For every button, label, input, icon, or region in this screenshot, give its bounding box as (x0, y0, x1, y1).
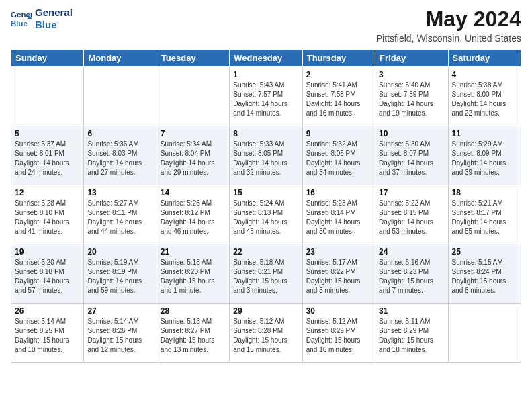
calendar-cell (157, 67, 229, 126)
logo-icon: General Blue (11, 8, 32, 30)
day-number: 10 (379, 129, 444, 138)
day-number: 24 (379, 247, 444, 257)
calendar-cell: 27Sunrise: 5:14 AM Sunset: 8:26 PM Dayli… (84, 304, 157, 363)
header-tuesday: Tuesday (157, 50, 229, 67)
day-info: Sunrise: 5:18 AM Sunset: 8:20 PM Dayligh… (161, 258, 226, 295)
calendar-cell: 6Sunrise: 5:36 AM Sunset: 8:03 PM Daylig… (84, 126, 157, 185)
calendar-cell: 23Sunrise: 5:17 AM Sunset: 8:22 PM Dayli… (302, 244, 375, 304)
calendar-cell: 18Sunrise: 5:21 AM Sunset: 8:17 PM Dayli… (448, 185, 521, 244)
calendar-cell: 2Sunrise: 5:41 AM Sunset: 7:58 PM Daylig… (302, 67, 375, 126)
calendar-cell: 24Sunrise: 5:16 AM Sunset: 8:23 PM Dayli… (375, 244, 448, 304)
day-info: Sunrise: 5:20 AM Sunset: 8:18 PM Dayligh… (15, 258, 80, 295)
calendar-cell: 19Sunrise: 5:20 AM Sunset: 8:18 PM Dayli… (11, 244, 84, 304)
calendar-cell: 16Sunrise: 5:23 AM Sunset: 8:14 PM Dayli… (302, 185, 375, 244)
header-thursday: Thursday (302, 50, 375, 67)
calendar-cell: 30Sunrise: 5:12 AM Sunset: 8:29 PM Dayli… (302, 304, 375, 363)
calendar-cell: 8Sunrise: 5:33 AM Sunset: 8:05 PM Daylig… (230, 126, 302, 185)
day-info: Sunrise: 5:38 AM Sunset: 8:00 PM Dayligh… (452, 81, 517, 118)
calendar-cell: 12Sunrise: 5:28 AM Sunset: 8:10 PM Dayli… (11, 185, 84, 244)
calendar-week-1: 5Sunrise: 5:37 AM Sunset: 8:01 PM Daylig… (11, 126, 521, 185)
day-number: 19 (15, 247, 80, 257)
day-number: 31 (379, 306, 444, 316)
day-info: Sunrise: 5:36 AM Sunset: 8:03 PM Dayligh… (87, 140, 152, 177)
calendar-cell: 3Sunrise: 5:40 AM Sunset: 7:59 PM Daylig… (375, 67, 448, 126)
day-number: 28 (161, 306, 226, 316)
day-number: 12 (15, 188, 80, 197)
day-number: 9 (306, 129, 371, 138)
calendar-week-4: 26Sunrise: 5:14 AM Sunset: 8:25 PM Dayli… (11, 304, 521, 363)
day-number: 20 (87, 247, 152, 257)
day-number: 4 (452, 70, 517, 79)
day-number: 16 (306, 188, 371, 197)
header-saturday: Saturday (448, 50, 521, 67)
day-info: Sunrise: 5:19 AM Sunset: 8:19 PM Dayligh… (87, 258, 152, 295)
calendar-week-2: 12Sunrise: 5:28 AM Sunset: 8:10 PM Dayli… (11, 185, 521, 244)
day-info: Sunrise: 5:21 AM Sunset: 8:17 PM Dayligh… (452, 199, 517, 236)
day-number: 14 (161, 188, 226, 197)
day-number: 17 (379, 188, 444, 197)
calendar-cell: 15Sunrise: 5:24 AM Sunset: 8:13 PM Dayli… (230, 185, 302, 244)
title-block: May 2024 Pittsfield, Wisconsin, United S… (376, 7, 521, 44)
day-number: 15 (233, 188, 298, 197)
header-row: Sunday Monday Tuesday Wednesday Thursday… (11, 50, 521, 67)
day-number: 11 (452, 129, 517, 138)
calendar-cell: 25Sunrise: 5:15 AM Sunset: 8:24 PM Dayli… (448, 244, 521, 304)
day-info: Sunrise: 5:23 AM Sunset: 8:14 PM Dayligh… (306, 199, 371, 236)
header-friday: Friday (375, 50, 448, 67)
day-info: Sunrise: 5:14 AM Sunset: 8:25 PM Dayligh… (15, 317, 80, 355)
header: General Blue General Blue May 2024 Pitts… (11, 7, 521, 44)
header-sunday: Sunday (11, 50, 84, 67)
day-info: Sunrise: 5:16 AM Sunset: 8:23 PM Dayligh… (379, 258, 444, 295)
calendar-cell: 9Sunrise: 5:32 AM Sunset: 8:06 PM Daylig… (302, 126, 375, 185)
calendar-cell: 21Sunrise: 5:18 AM Sunset: 8:20 PM Dayli… (157, 244, 229, 304)
calendar-cell (11, 67, 84, 126)
calendar-cell: 22Sunrise: 5:18 AM Sunset: 8:21 PM Dayli… (230, 244, 302, 304)
calendar-week-3: 19Sunrise: 5:20 AM Sunset: 8:18 PM Dayli… (11, 244, 521, 304)
day-info: Sunrise: 5:29 AM Sunset: 8:09 PM Dayligh… (452, 140, 517, 177)
calendar-cell: 17Sunrise: 5:22 AM Sunset: 8:15 PM Dayli… (375, 185, 448, 244)
calendar-cell (84, 67, 157, 126)
day-number: 3 (379, 70, 444, 79)
calendar-cell: 5Sunrise: 5:37 AM Sunset: 8:01 PM Daylig… (11, 126, 84, 185)
day-number: 29 (233, 306, 298, 316)
day-info: Sunrise: 5:26 AM Sunset: 8:12 PM Dayligh… (161, 199, 226, 236)
calendar-cell: 4Sunrise: 5:38 AM Sunset: 8:00 PM Daylig… (448, 67, 521, 126)
calendar-cell: 11Sunrise: 5:29 AM Sunset: 8:09 PM Dayli… (448, 126, 521, 185)
day-info: Sunrise: 5:14 AM Sunset: 8:26 PM Dayligh… (87, 317, 152, 355)
svg-text:Blue: Blue (11, 19, 28, 28)
day-info: Sunrise: 5:37 AM Sunset: 8:01 PM Dayligh… (15, 140, 80, 177)
day-info: Sunrise: 5:27 AM Sunset: 8:11 PM Dayligh… (87, 199, 152, 236)
day-number: 23 (306, 247, 371, 257)
day-info: Sunrise: 5:43 AM Sunset: 7:57 PM Dayligh… (233, 81, 298, 118)
day-info: Sunrise: 5:33 AM Sunset: 8:05 PM Dayligh… (233, 140, 298, 177)
calendar-cell: 20Sunrise: 5:19 AM Sunset: 8:19 PM Dayli… (84, 244, 157, 304)
day-number: 30 (306, 306, 371, 316)
day-info: Sunrise: 5:11 AM Sunset: 8:29 PM Dayligh… (379, 317, 444, 355)
day-info: Sunrise: 5:34 AM Sunset: 8:04 PM Dayligh… (161, 140, 226, 177)
calendar-cell: 28Sunrise: 5:13 AM Sunset: 8:27 PM Dayli… (157, 304, 229, 363)
calendar-cell: 26Sunrise: 5:14 AM Sunset: 8:25 PM Dayli… (11, 304, 84, 363)
logo-general: General (35, 7, 73, 19)
logo-blue: Blue (35, 19, 73, 31)
day-number: 25 (452, 247, 517, 257)
day-number: 13 (87, 188, 152, 197)
calendar-cell: 31Sunrise: 5:11 AM Sunset: 8:29 PM Dayli… (375, 304, 448, 363)
calendar-page: General Blue General Blue May 2024 Pitts… (0, 0, 532, 411)
month-title: May 2024 (376, 7, 521, 32)
day-number: 7 (161, 129, 226, 138)
location: Pittsfield, Wisconsin, United States (376, 33, 521, 44)
logo: General Blue General Blue (11, 7, 73, 31)
day-info: Sunrise: 5:17 AM Sunset: 8:22 PM Dayligh… (306, 258, 371, 295)
day-info: Sunrise: 5:18 AM Sunset: 8:21 PM Dayligh… (233, 258, 298, 295)
calendar-cell: 13Sunrise: 5:27 AM Sunset: 8:11 PM Dayli… (84, 185, 157, 244)
calendar-week-0: 1Sunrise: 5:43 AM Sunset: 7:57 PM Daylig… (11, 67, 521, 126)
day-number: 22 (233, 247, 298, 257)
day-number: 1 (233, 70, 298, 79)
day-info: Sunrise: 5:24 AM Sunset: 8:13 PM Dayligh… (233, 199, 298, 236)
calendar-cell: 29Sunrise: 5:12 AM Sunset: 8:28 PM Dayli… (230, 304, 302, 363)
day-info: Sunrise: 5:41 AM Sunset: 7:58 PM Dayligh… (306, 81, 371, 118)
day-info: Sunrise: 5:32 AM Sunset: 8:06 PM Dayligh… (306, 140, 371, 177)
day-info: Sunrise: 5:40 AM Sunset: 7:59 PM Dayligh… (379, 81, 444, 118)
day-info: Sunrise: 5:12 AM Sunset: 8:29 PM Dayligh… (306, 317, 371, 355)
day-number: 5 (15, 129, 80, 138)
